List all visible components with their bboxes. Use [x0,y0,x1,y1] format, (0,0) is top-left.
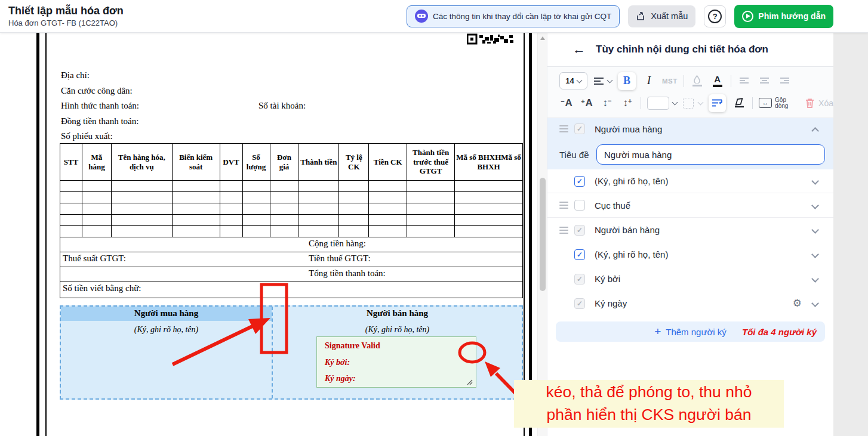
checkbox[interactable]: ✓ [574,225,585,236]
tutorial-video-button[interactable]: Phim hướng dẫn [734,5,833,28]
drag-handle-icon[interactable] [559,202,568,209]
toolbar-divider [641,97,641,109]
back-arrow-icon[interactable]: ← [572,43,586,56]
sidebar-item-ky-ghi-ro-ho-ten-seller[interactable]: ✓ (Ký, ghi rõ họ, tên) [547,242,833,267]
delete-button[interactable]: Xóa [805,98,833,109]
merge-rows-label: Gộp dòng [775,97,793,109]
drag-handle-icon[interactable] [559,125,568,132]
column-header: Mã số BHXHMã số BHXH [455,144,523,181]
title-field-row: Tiêu đề [547,140,833,169]
export-template-button[interactable]: Xuất mẫu [628,5,695,27]
checkbox[interactable]: ✓ [574,200,585,211]
checkbox[interactable]: ✓ [574,176,585,187]
checkbox[interactable]: ✓ [574,123,585,134]
chevron-down-icon[interactable] [811,299,819,307]
play-icon [742,11,753,22]
resize-handle-icon[interactable] [466,379,473,385]
merge-rows-icon: ↔ [759,98,772,108]
scrollbar-thumb[interactable] [540,178,546,291]
chevron-down-icon[interactable] [811,275,819,283]
tax-amount-label: Tiền thuế GTGT: [309,253,371,264]
invoice-preview-pane: Địa chỉ: Căn cước công dân: Hình thức th… [0,33,537,436]
border-style-icon [683,98,694,109]
account-field-label[interactable]: Số tài khoản: [258,101,306,111]
merge-rows-button[interactable]: ↔ Gộp dòng [759,97,793,109]
cqt-info-button[interactable]: Các thông tin khi thay đổi cần lập tờ kh… [407,5,620,27]
item-label: Người bán hàng [595,225,812,235]
item-label: Cục thuế [595,200,812,211]
max-signer-note: Tối đa 4 người ký [742,327,817,337]
grand-total-label: Tổng tiền thanh toán: [309,268,386,279]
title-input[interactable] [596,144,825,165]
clear-format-button[interactable] [732,95,746,112]
sidebar-item-nguoi-mua-hang[interactable]: ✓ Người mua hàng [547,118,833,140]
checkbox[interactable]: ✓ [574,298,585,309]
cell-color-button[interactable] [647,95,677,112]
chevron-down-icon[interactable] [811,226,819,234]
signature-column-divider[interactable] [272,307,273,398]
seller-signature-title[interactable]: Người bán hàng [273,308,522,319]
question-mark-icon: ? [708,10,722,23]
increase-line-height-button[interactable]: ↕+ [620,95,635,112]
border-style-button[interactable] [683,95,702,112]
table-row [60,203,523,215]
sidebar-item-nguoi-ban-hang[interactable]: ✓ Người bán hàng [547,218,833,242]
page-border-right-outer [529,33,532,436]
scrollbar-up-arrow-icon[interactable] [540,36,545,40]
add-signer-button[interactable]: + Thêm người ký [654,327,727,337]
decrease-font-icon: −A [561,98,572,108]
seller-signature-note[interactable]: (Ký, ghi rõ họ, tên) [273,325,522,335]
align-left-button[interactable] [737,73,752,89]
content-item-list: ✓ Người mua hàng Tiêu đề ✓ (Ký, ghi rõ h… [547,118,833,342]
font-color-button[interactable]: A [710,73,725,89]
currency-field-label[interactable]: Đồng tiền thanh toán: [61,116,138,126]
chevron-down-icon[interactable] [811,177,819,185]
chevron-down-icon[interactable] [811,202,819,209]
align-left-icon [739,77,749,85]
page-title: Thiết lập mẫu hóa đơn [8,4,124,18]
mst-button[interactable]: MST [662,73,678,89]
title-field-label: Tiêu đề [559,150,596,160]
background-strip [833,33,868,436]
italic-button[interactable]: I [642,73,656,89]
decrease-line-height-button[interactable]: ↕− [600,95,614,112]
line-spacing-button[interactable] [593,73,612,89]
document-scrollbar[interactable] [537,33,547,436]
signature-section[interactable]: Người mua hàng (Ký, ghi rõ họ, tên) Ngườ… [60,305,523,400]
chevron-up-icon[interactable] [811,127,819,135]
export-slip-field-label[interactable]: Số phiếu xuất: [61,131,113,141]
buyer-signature-note[interactable]: (Ký, ghi rõ họ, tên) [61,325,272,335]
checkbox[interactable]: ✓ [574,274,585,285]
align-center-button[interactable] [758,73,772,89]
help-button[interactable]: ? [704,5,726,27]
sidebar-item-ky-ghi-ro-ho-ten-buyer[interactable]: ✓ (Ký, ghi rõ họ, tên) [547,169,833,193]
bold-label: B [623,75,630,87]
payment-method-field-label[interactable]: Hình thức thanh toán: [61,101,139,111]
signed-date-label: Ký ngày: [325,374,356,384]
chevron-down-icon[interactable] [811,251,819,258]
share-export-icon [636,11,646,21]
drag-handle-icon[interactable] [559,227,568,234]
align-right-icon [780,77,790,85]
page-border-left-outer [36,33,39,436]
sidebar-item-ky-ngay[interactable]: ✓ Ký ngày ⚙ [547,291,833,316]
sidebar-item-ky-boi[interactable]: ✓ Ký bởi [547,267,833,291]
highlight-color-button[interactable] [690,73,704,89]
sidebar-item-cuc-thue[interactable]: ✓ Cục thuế [547,193,833,217]
gear-icon[interactable]: ⚙ [793,298,802,308]
digital-signature-box[interactable]: Signature Valid Ký bởi: Ký ngày: [316,336,476,388]
align-right-button[interactable] [778,73,792,89]
signed-by-label: Ký bởi: [325,358,350,367]
toolbar-divider [752,97,753,109]
citizen-id-field-label[interactable]: Căn cước công dân: [61,86,133,96]
buyer-signature-title[interactable]: Người mua hàng [61,308,272,319]
font-size-select[interactable]: 14 [559,72,587,89]
bold-button[interactable]: B [618,72,636,90]
assistant-robot-icon [415,10,428,23]
address-field-label[interactable]: Địa chỉ: [61,70,90,81]
invoice-items-table: STT Mã hàng Tên hàng hóa, dịch vụ Biển k… [60,143,523,298]
checkbox[interactable]: ✓ [574,249,585,260]
decrease-font-button[interactable]: −A [559,95,574,112]
increase-font-button[interactable]: +A [580,95,594,112]
text-wrap-button[interactable] [709,94,727,112]
